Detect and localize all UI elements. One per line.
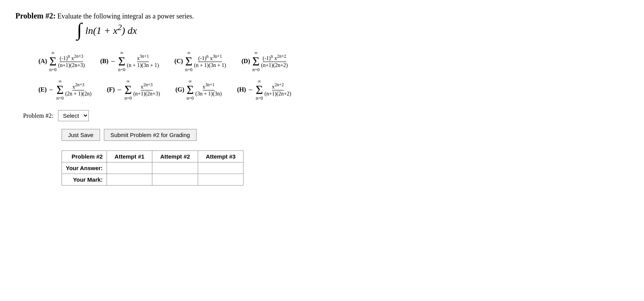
choices-row-1: (A) ∞ Σ n=0 (-1)n x2n+3 (n+1)(2n+3) (B) … (38, 50, 629, 72)
table-cell-answer-1 (107, 162, 152, 174)
integral-symbol: ∫ (77, 19, 82, 40)
choice-f: (F) − ∞ Σ n=0 x2n+3 (n+1)(2n+3) (107, 79, 160, 100)
problem-select-row: Problem #2: Select A B C D E F G H (23, 110, 629, 121)
buttons-row: Just Save Submit Problem #2 for Grading (62, 129, 629, 141)
choice-g-expr: ∞ Σ n=0 x3n+1 (3n + 1)(3n) (187, 79, 222, 100)
table-col-attempt1[interactable]: Attempt #1 (107, 151, 152, 162)
choice-h-label: (H) (237, 86, 246, 93)
problem-title: Problem #2: Evaluate the following integ… (15, 12, 194, 20)
choice-c-expr: ∞ Σ n=0 (-1)n x3n+1 (n + 1)(3n + 1) (185, 50, 226, 72)
choice-b-label: (B) (100, 58, 108, 65)
choice-g-label: (G) (175, 86, 184, 93)
table-header-row: Problem #2 Attempt #1 Attempt #2 Attempt… (62, 151, 244, 162)
table-cell-mark-label: Your Mark: (62, 174, 107, 186)
integral-expression: ln(1 + x2) dx (85, 25, 137, 36)
choice-h-expr: ∞ Σ n=0 x2n+2 (n+1)(2n+2) (256, 79, 291, 100)
table-row-answer: Your Answer: (62, 162, 244, 174)
table-cell-mark-2 (152, 174, 198, 186)
choice-g: (G) ∞ Σ n=0 x3n+1 (3n + 1)(3n) (175, 79, 222, 100)
choice-b: (B) − ∞ Σ n=0 x3n+1 (n + 1)(3n + 1) (100, 50, 159, 72)
attempts-table: Problem #2 Attempt #1 Attempt #2 Attempt… (62, 150, 244, 186)
table-cell-mark-3 (198, 174, 244, 186)
problem-header: Problem #2: Evaluate the following integ… (15, 12, 629, 20)
save-button[interactable]: Just Save (62, 129, 100, 141)
choice-a-label: (A) (38, 58, 47, 65)
table-row-mark: Your Mark: (62, 174, 244, 186)
choice-a: (A) ∞ Σ n=0 (-1)n x2n+3 (n+1)(2n+3) (38, 50, 85, 72)
choice-c-label: (C) (174, 58, 183, 65)
submit-button[interactable]: Submit Problem #2 for Grading (104, 129, 197, 141)
choice-f-expr: ∞ Σ n=0 x2n+3 (n+1)(2n+3) (125, 79, 160, 100)
select-problem-label: Problem #2: (23, 112, 53, 119)
choice-d: (D) ∞ Σ n=0 (-1)n x2n+2 (n+1)(2n+2) (242, 50, 288, 72)
choice-c: (C) ∞ Σ n=0 (-1)n x3n+1 (n + 1)(3n + 1) (174, 50, 226, 72)
choice-f-label: (F) (107, 86, 115, 93)
table-cell-mark-1 (107, 174, 152, 186)
choice-d-label: (D) (242, 58, 250, 65)
table-cell-answer-label: Your Answer: (62, 162, 107, 174)
choice-d-expr: ∞ Σ n=0 (-1)n x2n+2 (n+1)(2n+2) (252, 50, 288, 72)
table-cell-answer-2 (152, 162, 198, 174)
table-col-problem: Problem #2 (62, 151, 107, 162)
choice-e-label: (E) (38, 86, 47, 93)
choices-section: (A) ∞ Σ n=0 (-1)n x2n+3 (n+1)(2n+3) (B) … (38, 50, 629, 100)
choice-e-expr: ∞ Σ n=0 x2n+3 (2n + 1)(2n) (57, 79, 92, 100)
table-col-attempt2[interactable]: Attempt #2 (152, 151, 198, 162)
answer-select[interactable]: Select A B C D E F G H (58, 110, 89, 121)
choice-h: (H) − ∞ Σ n=0 x2n+2 (n+1)(2n+2) (237, 79, 291, 100)
choice-a-expr: ∞ Σ n=0 (-1)n x2n+3 (n+1)(2n+3) (49, 50, 85, 72)
table-col-attempt3[interactable]: Attempt #3 (198, 151, 244, 162)
choice-b-expr: ∞ Σ n=0 x3n+1 (n + 1)(3n + 1) (118, 50, 159, 72)
integral-display: ∫ ln(1 + x2) dx (77, 20, 629, 39)
table-cell-answer-3 (198, 162, 244, 174)
choices-row-2: (E) − ∞ Σ n=0 x2n+3 (2n + 1)(2n) (F) − ∞ (38, 79, 629, 100)
choice-e: (E) − ∞ Σ n=0 x2n+3 (2n + 1)(2n) (38, 79, 92, 100)
